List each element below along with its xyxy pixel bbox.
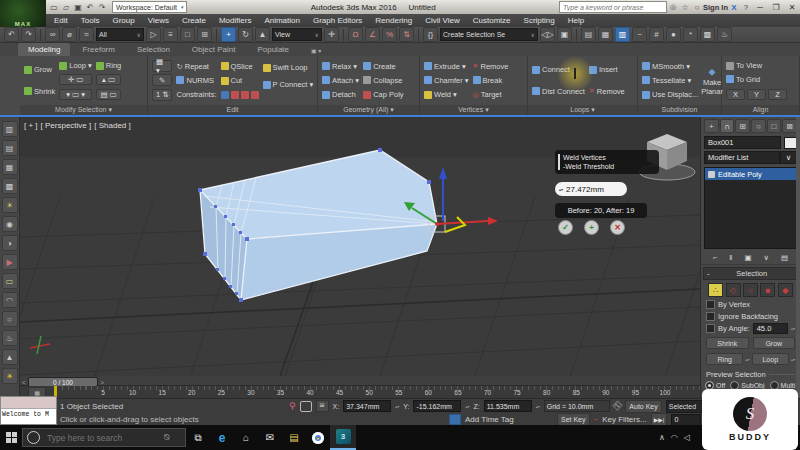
- render-setup-icon[interactable]: *: [683, 27, 698, 42]
- loop-button[interactable]: Loop ▾: [59, 61, 92, 70]
- display-tab-icon[interactable]: □: [767, 119, 782, 133]
- redo-icon[interactable]: ↷: [96, 2, 108, 13]
- panel-label-vertices[interactable]: Vertices ▾: [420, 105, 527, 115]
- by-angle-checkbox[interactable]: [706, 324, 715, 333]
- start-button[interactable]: [0, 425, 22, 450]
- z-coordinate-field[interactable]: 11.535mm: [484, 400, 532, 412]
- store-icon[interactable]: ⌂: [234, 425, 258, 450]
- volume-icon[interactable]: ◁: [684, 433, 690, 442]
- preserve-uvs-icon[interactable]: ▦ ▾: [152, 60, 172, 72]
- create-button[interactable]: Create: [363, 62, 403, 71]
- schematic-view-icon[interactable]: #: [649, 27, 664, 42]
- saved-scene-explorer-icon[interactable]: ▩: [2, 178, 18, 194]
- chamfer-button[interactable]: Chamfer ▾: [424, 76, 469, 85]
- spinner-arrows-icon[interactable]: ▴▾: [559, 188, 563, 191]
- close-button[interactable]: ✕: [784, 2, 800, 13]
- workspace-selector[interactable]: Workspace: Default▾: [112, 1, 187, 13]
- ring-grow-icon[interactable]: ▴ ▭: [96, 74, 121, 85]
- favorites-star-icon[interactable]: ☆: [679, 2, 691, 13]
- edge-subobject-icon[interactable]: ◇: [726, 283, 741, 297]
- vertex-subobject-icon[interactable]: ∴: [708, 283, 723, 297]
- key-filters-button[interactable]: Key Filters...: [602, 415, 646, 424]
- ribbon-toggle-icon[interactable]: ▦: [598, 27, 613, 42]
- tab-freeform[interactable]: Freeform: [72, 43, 124, 56]
- edit-spinner[interactable]: 1 ⇅: [152, 89, 172, 101]
- bind-to-space-warp-icon[interactable]: ≈: [79, 27, 94, 42]
- loop-spinner[interactable]: ▴▾: [791, 358, 795, 361]
- scene-explorer-panel-icon[interactable]: ▥: [2, 121, 18, 137]
- tab-selection[interactable]: Selection: [127, 43, 180, 56]
- reference-coordinate-dropdown[interactable]: View∨: [272, 28, 322, 41]
- new-file-icon[interactable]: ▭: [48, 2, 60, 13]
- layer-manager-icon[interactable]: ▤: [581, 27, 596, 42]
- constraint-buttons[interactable]: [221, 91, 259, 99]
- video-icon[interactable]: ▶: [2, 254, 18, 270]
- loop-shift-icon[interactable]: ▾ ▭ ▾: [59, 89, 92, 100]
- menu-item[interactable]: Tools: [81, 16, 100, 25]
- menu-item[interactable]: Customize: [473, 16, 511, 25]
- select-object-icon[interactable]: ▷: [146, 27, 161, 42]
- ring-button[interactable]: Ring: [96, 61, 121, 70]
- panel-label-geometry[interactable]: Geometry (All) ▾: [318, 105, 419, 115]
- add-time-tag[interactable]: Add Time Tag: [465, 415, 553, 424]
- shaded-view-icon[interactable]: ◑: [2, 235, 18, 251]
- ring-selection-button[interactable]: Ring: [706, 353, 743, 365]
- target-weld-button[interactable]: ◎Target: [473, 90, 509, 99]
- select-and-scale-icon[interactable]: ▲: [255, 27, 270, 42]
- select-and-move-icon[interactable]: +: [221, 27, 236, 42]
- application-menu-button[interactable]: MAX: [0, 0, 46, 27]
- auto-key-button[interactable]: Auto Key: [625, 400, 661, 413]
- by-angle-value[interactable]: 45.0: [753, 323, 788, 334]
- menu-item[interactable]: Views: [148, 16, 169, 25]
- object-name-field[interactable]: Box001: [704, 136, 781, 149]
- panel-scrollbar[interactable]: [796, 117, 800, 398]
- user-icon[interactable]: ○: [691, 2, 703, 13]
- pin-stack-icon[interactable]: ⌐: [713, 253, 717, 262]
- relax-button[interactable]: Relax ▾: [322, 62, 359, 71]
- remove-loop-button[interactable]: ✕Remove: [589, 87, 625, 96]
- caddy-apply-button[interactable]: +: [584, 220, 599, 235]
- spinner-snap-icon[interactable]: ⇅: [399, 27, 414, 42]
- element-subobject-icon[interactable]: ◆: [778, 283, 793, 297]
- restore-button[interactable]: ❐: [768, 2, 784, 13]
- ribbon-options-icon[interactable]: ▣ ▾: [301, 45, 331, 56]
- configure-modifier-sets-icon[interactable]: ▤: [781, 253, 788, 262]
- caddy-ok-button[interactable]: ✓: [558, 220, 573, 235]
- menu-item[interactable]: Group: [112, 16, 134, 25]
- taskbar-search-input[interactable]: [45, 432, 159, 444]
- dist-connect-button[interactable]: Dist Connect: [532, 87, 585, 96]
- selection-rollout-header[interactable]: - Selection: [703, 267, 798, 280]
- mail-icon[interactable]: ✉: [258, 425, 282, 450]
- sphere-primitive-icon[interactable]: ○: [2, 311, 18, 327]
- tweak-uv-icon[interactable]: ✎: [152, 74, 172, 86]
- panel-label-align[interactable]: Align: [722, 105, 799, 115]
- set-keys-icon[interactable]: ⚿: [611, 399, 625, 413]
- menu-item[interactable]: Scripting: [524, 16, 555, 25]
- motion-tab-icon[interactable]: ○: [751, 119, 766, 133]
- edit-named-selection-sets-icon[interactable]: {}: [423, 27, 438, 42]
- panel-label-loops[interactable]: Loops ▾: [528, 105, 637, 115]
- show-end-result-icon[interactable]: ‖: [729, 253, 732, 262]
- keyword-search-input[interactable]: [559, 1, 667, 13]
- menu-item[interactable]: Civil View: [425, 16, 460, 25]
- plane-primitive-icon[interactable]: ▭: [2, 273, 18, 289]
- tray-expand-icon[interactable]: ∧: [659, 433, 665, 442]
- window-crossing-icon[interactable]: ⊞: [197, 27, 212, 42]
- dome-primitive-icon[interactable]: ◠: [2, 292, 18, 308]
- taskbar-search[interactable]: ⍉: [22, 428, 186, 447]
- material-editor-icon[interactable]: ●: [666, 27, 681, 42]
- swift-loop-button[interactable]: Swift Loop: [263, 63, 314, 72]
- menu-item[interactable]: Help: [568, 16, 584, 25]
- minimize-button[interactable]: ─: [752, 2, 768, 13]
- open-file-icon[interactable]: ▱: [60, 2, 72, 13]
- menu-item[interactable]: Animation: [264, 16, 300, 25]
- absolute-offset-toggle-icon[interactable]: ⊞: [316, 400, 329, 412]
- remove-modifier-icon[interactable]: ∨: [763, 253, 769, 262]
- stack-item-editable-poly[interactable]: Editable Poly: [705, 168, 796, 180]
- menu-item[interactable]: Rendering: [375, 16, 412, 25]
- cap-poly-button[interactable]: Cap Poly: [363, 90, 403, 99]
- by-angle-spinner[interactable]: ▴▾: [791, 327, 795, 330]
- by-vertex-checkbox[interactable]: [706, 300, 715, 309]
- help-icon[interactable]: ?: [740, 2, 752, 13]
- autodesk-exchange-icon[interactable]: X: [728, 2, 740, 13]
